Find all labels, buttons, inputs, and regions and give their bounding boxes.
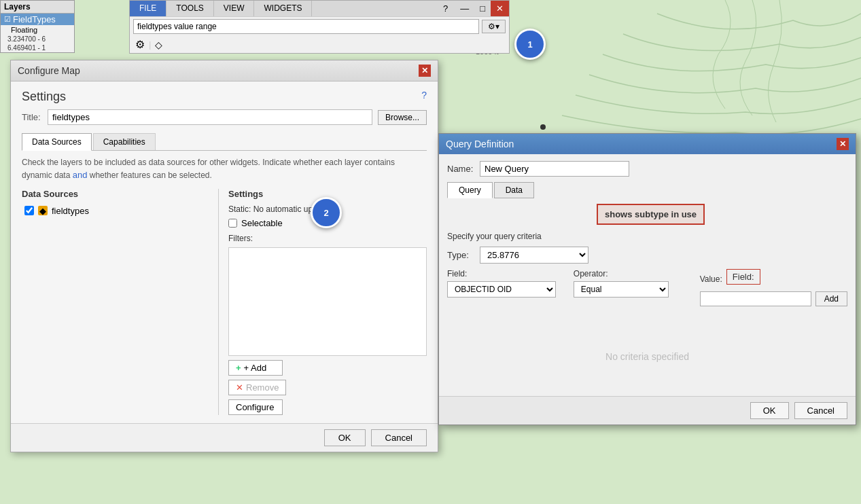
layers-panel-range1: 3.234700 - 6 <box>1 35 74 43</box>
query-cancel-btn[interactable]: Cancel <box>794 402 847 419</box>
help-link[interactable]: ? <box>421 90 427 101</box>
layer-label: fieldtypes <box>52 206 89 216</box>
col-data-sources: Data Sources ◆ fieldtypes <box>22 189 219 415</box>
badge-2: 2 <box>311 197 342 228</box>
field-btn[interactable]: Field: <box>726 269 760 285</box>
plus-icon: + <box>236 363 241 373</box>
layers-panel-floating: Floating <box>1 25 74 35</box>
add-criterion-btn[interactable]: Add <box>815 291 847 306</box>
toolbar-separator: | <box>149 39 151 50</box>
operator-section: Operator: Equal <box>574 269 693 298</box>
query-footer: OK Cancel <box>439 396 856 425</box>
browse-btn[interactable]: Browse... <box>378 110 427 125</box>
tab-file[interactable]: FILE <box>130 1 166 16</box>
minimize-btn[interactable]: — <box>455 1 474 16</box>
layer-diamond-icon: ◆ <box>38 206 48 215</box>
tab-capabilities[interactable]: Capabilities <box>93 133 156 150</box>
value-header-row: Value: Field: <box>700 269 847 289</box>
badge-1: 1 <box>514 29 546 60</box>
value-label: Value: <box>700 274 722 284</box>
type-select[interactable]: 25.8776 <box>480 247 588 264</box>
query-content: Name: Query Data shows subtype in use ➜ … <box>439 154 856 396</box>
layers-panel-range2: 6.469401 - 1 <box>1 43 74 52</box>
field-section: Field: OBJECTID OID <box>447 269 567 298</box>
configure-map-close-btn[interactable]: ✕ <box>419 65 431 77</box>
layer-checkbox-icon: ☑ <box>4 15 11 24</box>
tab-tools[interactable]: TOOLS <box>166 1 213 16</box>
type-row: Type: 25.8776 <box>447 247 847 264</box>
title-label: Title: <box>22 112 42 122</box>
layer-checkbox[interactable] <box>24 206 34 215</box>
configure-map-titlebar: Configure Map ✕ <box>11 60 438 82</box>
tab-data[interactable]: Data <box>494 182 534 198</box>
toolbar-icon-row: ⚙ | ◇ <box>130 36 509 53</box>
type-label: Type: <box>447 250 474 260</box>
query-ok-btn[interactable]: OK <box>750 402 789 419</box>
operator-select[interactable]: Equal <box>574 281 669 298</box>
tab-data-sources[interactable]: Data Sources <box>22 133 92 151</box>
configure-map-dialog: Configure Map ✕ Settings ? Title: Browse… <box>10 60 438 452</box>
two-col-layout: Data Sources ◆ fieldtypes Settings Stati… <box>22 189 427 415</box>
title-input[interactable] <box>48 109 372 125</box>
selectable-label: Selectable <box>241 218 283 228</box>
remove-filter-btn[interactable]: ✕ Remove <box>228 380 286 395</box>
operator-col-header: Operator: <box>574 269 693 278</box>
help-icon[interactable]: ? <box>436 1 455 16</box>
tab-view[interactable]: VIEW <box>214 1 255 16</box>
query-close-btn[interactable]: ✕ <box>837 138 849 150</box>
x-icon: ✕ <box>236 382 243 393</box>
query-title: Query Definition <box>446 139 514 149</box>
info-text: Check the layers to be included as data … <box>22 156 427 182</box>
settings-title: Settings <box>22 90 66 104</box>
configure-map-footer: OK Cancel <box>11 423 438 452</box>
value-input[interactable] <box>700 291 811 306</box>
toolbar-search-input[interactable] <box>133 19 479 34</box>
settings-tab-bar: Data Sources Capabilities <box>22 133 427 151</box>
maximize-btn[interactable]: □ <box>474 1 491 16</box>
add-filter-btn[interactable]: + + Add <box>228 360 283 376</box>
toolbar: FILE TOOLS VIEW WIDGETS ? — □ ✕ ⚙▾ ⚙ | ◇ <box>129 0 510 54</box>
layers-panel-item-fieldtypes[interactable]: ☑ FieldTypes <box>1 14 74 25</box>
layers-panel: Layers ☑ FieldTypes Floating 3.234700 - … <box>0 0 75 53</box>
configure-map-cancel-btn[interactable]: Cancel <box>371 429 427 446</box>
configure-map-title: Configure Map <box>18 65 80 76</box>
query-definition-dialog: Query Definition ✕ Name: Query Data show… <box>438 133 856 425</box>
query-titlebar: Query Definition ✕ <box>439 134 856 154</box>
toolbar-tabs: FILE TOOLS VIEW WIDGETS ? — □ ✕ <box>130 1 509 16</box>
toolbar-gear-icon[interactable]: ⚙ <box>135 38 145 51</box>
tab-query[interactable]: Query <box>447 182 493 198</box>
annotation-box: shows subtype in use <box>597 204 705 225</box>
query-tabs: Query Data <box>447 182 847 198</box>
filter-buttons: + + Add ✕ Remove Configure <box>228 360 427 415</box>
info-link-dynamic[interactable]: and <box>73 170 88 180</box>
toolbar-search-bar: ⚙▾ <box>130 16 509 36</box>
field-operator-value-row: Field: OBJECTID OID Operator: Equal Valu… <box>447 269 847 306</box>
field-select[interactable]: OBJECTID OID <box>447 281 556 298</box>
value-add-row: Add <box>700 291 847 306</box>
map-dot <box>540 124 546 130</box>
filters-label: Filters: <box>228 234 427 243</box>
layer-item-fieldtypes[interactable]: ◆ fieldtypes <box>22 204 211 217</box>
data-sources-header: Data Sources <box>22 189 211 199</box>
annotation-text: shows subtype in use <box>605 209 697 219</box>
configure-filter-btn[interactable]: Configure <box>228 399 283 415</box>
selectable-checkbox[interactable] <box>228 219 237 228</box>
criteria-label: Specify your query criteria <box>447 232 847 241</box>
configure-map-content: Settings ? Title: Browse... Data Sources… <box>11 82 438 423</box>
toolbar-settings-btn[interactable]: ⚙▾ <box>482 20 506 33</box>
value-section: Value: Field: Add <box>700 269 847 306</box>
filter-area <box>228 247 427 356</box>
no-criteria-text: No criteria specified <box>447 310 847 389</box>
field-col-header: Field: <box>447 269 567 278</box>
name-input[interactable] <box>480 161 629 177</box>
tab-widgets[interactable]: WIDGETS <box>254 1 312 16</box>
name-row: Name: <box>447 161 847 177</box>
name-label: Name: <box>447 164 474 174</box>
close-btn[interactable]: ✕ <box>491 1 509 16</box>
configure-map-ok-btn[interactable]: OK <box>324 429 366 446</box>
toolbar-shape-icon[interactable]: ◇ <box>155 39 162 50</box>
title-row: Title: Browse... <box>22 109 427 125</box>
layer-name: FieldTypes <box>13 14 56 24</box>
layers-panel-title: Layers <box>1 1 74 14</box>
